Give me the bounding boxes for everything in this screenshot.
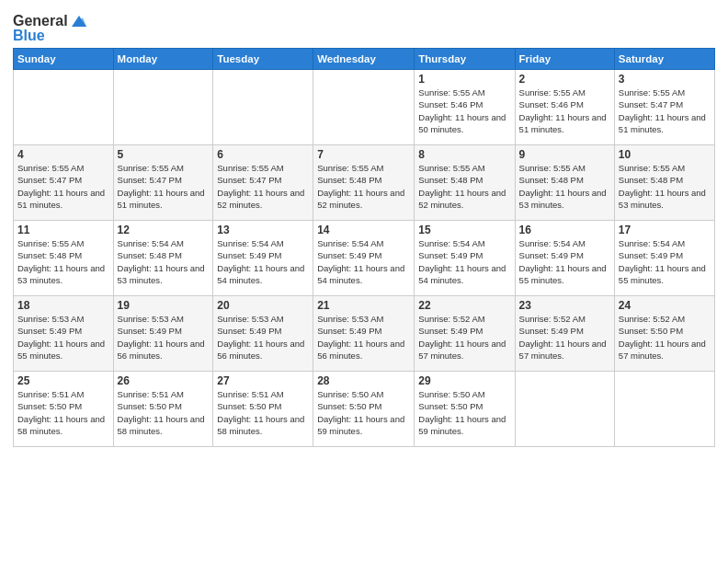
day-info: Sunrise: 5:50 AM Sunset: 5:50 PM Dayligh… (317, 388, 410, 437)
day-number: 2 (519, 73, 610, 86)
calendar-cell: 4Sunrise: 5:55 AM Sunset: 5:47 PM Daylig… (14, 145, 114, 221)
day-number: 1 (418, 73, 510, 86)
calendar-week-row: 18Sunrise: 5:53 AM Sunset: 5:49 PM Dayli… (14, 296, 715, 372)
calendar-day-header: Sunday (14, 49, 114, 70)
calendar-day-header: Thursday (415, 49, 515, 70)
calendar-day-header: Friday (515, 49, 614, 70)
day-number: 24 (619, 299, 711, 312)
day-number: 6 (217, 148, 309, 161)
day-info: Sunrise: 5:52 AM Sunset: 5:49 PM Dayligh… (418, 313, 510, 362)
calendar-day-header: Saturday (614, 49, 714, 70)
logo: General Blue (13, 13, 88, 44)
day-number: 16 (519, 224, 610, 236)
day-number: 22 (418, 299, 510, 312)
calendar-cell (313, 70, 415, 145)
day-info: Sunrise: 5:55 AM Sunset: 5:47 PM Dayligh… (619, 86, 711, 135)
day-info: Sunrise: 5:52 AM Sunset: 5:50 PM Dayligh… (619, 313, 711, 362)
calendar-cell: 20Sunrise: 5:53 AM Sunset: 5:49 PM Dayli… (213, 296, 313, 372)
day-info: Sunrise: 5:53 AM Sunset: 5:49 PM Dayligh… (317, 313, 410, 362)
day-info: Sunrise: 5:54 AM Sunset: 5:49 PM Dayligh… (418, 237, 510, 286)
calendar-cell: 26Sunrise: 5:51 AM Sunset: 5:50 PM Dayli… (113, 372, 213, 447)
calendar-day-header: Monday (113, 49, 213, 70)
day-number: 18 (17, 299, 109, 312)
day-number: 29 (418, 374, 510, 387)
day-info: Sunrise: 5:55 AM Sunset: 5:48 PM Dayligh… (418, 162, 510, 211)
day-info: Sunrise: 5:54 AM Sunset: 5:49 PM Dayligh… (217, 237, 309, 286)
calendar-cell: 7Sunrise: 5:55 AM Sunset: 5:48 PM Daylig… (313, 145, 415, 221)
day-number: 7 (317, 148, 410, 161)
day-number: 25 (17, 374, 109, 387)
calendar-table: SundayMondayTuesdayWednesdayThursdayFrid… (13, 48, 715, 447)
calendar-cell: 22Sunrise: 5:52 AM Sunset: 5:49 PM Dayli… (415, 296, 515, 372)
day-info: Sunrise: 5:55 AM Sunset: 5:46 PM Dayligh… (519, 86, 610, 135)
day-number: 26 (118, 374, 210, 387)
day-info: Sunrise: 5:52 AM Sunset: 5:49 PM Dayligh… (519, 313, 610, 362)
calendar-cell: 17Sunrise: 5:54 AM Sunset: 5:49 PM Dayli… (614, 221, 714, 296)
day-number: 23 (519, 299, 610, 312)
calendar-cell: 11Sunrise: 5:55 AM Sunset: 5:48 PM Dayli… (14, 221, 114, 296)
day-number: 4 (17, 148, 109, 161)
day-number: 28 (317, 374, 410, 387)
day-number: 8 (418, 148, 510, 161)
logo-blue-text: Blue (13, 28, 88, 44)
calendar-cell: 28Sunrise: 5:50 AM Sunset: 5:50 PM Dayli… (313, 372, 415, 447)
calendar-cell: 29Sunrise: 5:50 AM Sunset: 5:50 PM Dayli… (415, 372, 515, 447)
calendar-cell: 15Sunrise: 5:54 AM Sunset: 5:49 PM Dayli… (415, 221, 515, 296)
day-info: Sunrise: 5:54 AM Sunset: 5:49 PM Dayligh… (317, 237, 410, 286)
day-number: 9 (519, 148, 610, 161)
day-info: Sunrise: 5:55 AM Sunset: 5:47 PM Dayligh… (17, 162, 109, 211)
day-info: Sunrise: 5:55 AM Sunset: 5:48 PM Dayligh… (317, 162, 410, 211)
calendar-cell: 19Sunrise: 5:53 AM Sunset: 5:49 PM Dayli… (113, 296, 213, 372)
calendar-cell (515, 372, 614, 447)
calendar-cell: 24Sunrise: 5:52 AM Sunset: 5:50 PM Dayli… (614, 296, 714, 372)
calendar-day-header: Wednesday (313, 49, 415, 70)
day-number: 19 (118, 299, 210, 312)
calendar-cell: 6Sunrise: 5:55 AM Sunset: 5:47 PM Daylig… (213, 145, 313, 221)
day-number: 10 (619, 148, 711, 161)
day-number: 20 (217, 299, 309, 312)
calendar-cell: 9Sunrise: 5:55 AM Sunset: 5:48 PM Daylig… (515, 145, 614, 221)
calendar-cell: 5Sunrise: 5:55 AM Sunset: 5:47 PM Daylig… (113, 145, 213, 221)
day-number: 5 (118, 148, 210, 161)
calendar-week-row: 25Sunrise: 5:51 AM Sunset: 5:50 PM Dayli… (14, 372, 715, 447)
calendar-cell: 25Sunrise: 5:51 AM Sunset: 5:50 PM Dayli… (14, 372, 114, 447)
day-info: Sunrise: 5:51 AM Sunset: 5:50 PM Dayligh… (17, 388, 109, 437)
day-number: 27 (217, 374, 309, 387)
calendar-cell: 10Sunrise: 5:55 AM Sunset: 5:48 PM Dayli… (614, 145, 714, 221)
calendar-cell: 12Sunrise: 5:54 AM Sunset: 5:48 PM Dayli… (113, 221, 213, 296)
calendar-cell: 18Sunrise: 5:53 AM Sunset: 5:49 PM Dayli… (14, 296, 114, 372)
calendar-cell: 8Sunrise: 5:55 AM Sunset: 5:48 PM Daylig… (415, 145, 515, 221)
day-info: Sunrise: 5:51 AM Sunset: 5:50 PM Dayligh… (217, 388, 309, 437)
day-number: 13 (217, 224, 309, 236)
day-info: Sunrise: 5:55 AM Sunset: 5:47 PM Dayligh… (118, 162, 210, 211)
day-info: Sunrise: 5:55 AM Sunset: 5:48 PM Dayligh… (519, 162, 610, 211)
day-info: Sunrise: 5:54 AM Sunset: 5:48 PM Dayligh… (118, 237, 210, 286)
day-number: 12 (118, 224, 210, 236)
page-container: General Blue SundayMondayTuesdayWednesda… (0, 0, 728, 453)
day-info: Sunrise: 5:55 AM Sunset: 5:48 PM Dayligh… (17, 237, 109, 286)
day-info: Sunrise: 5:51 AM Sunset: 5:50 PM Dayligh… (118, 388, 210, 437)
day-number: 14 (317, 224, 410, 236)
calendar-cell: 21Sunrise: 5:53 AM Sunset: 5:49 PM Dayli… (313, 296, 415, 372)
calendar-cell (113, 70, 213, 145)
day-number: 11 (17, 224, 109, 236)
calendar-cell: 23Sunrise: 5:52 AM Sunset: 5:49 PM Dayli… (515, 296, 614, 372)
calendar-day-header: Tuesday (213, 49, 313, 70)
day-info: Sunrise: 5:53 AM Sunset: 5:49 PM Dayligh… (17, 313, 109, 362)
calendar-cell (213, 70, 313, 145)
day-number: 3 (619, 73, 711, 86)
day-info: Sunrise: 5:54 AM Sunset: 5:49 PM Dayligh… (619, 237, 711, 286)
calendar-cell: 2Sunrise: 5:55 AM Sunset: 5:46 PM Daylig… (515, 70, 614, 145)
calendar-week-row: 1Sunrise: 5:55 AM Sunset: 5:46 PM Daylig… (14, 70, 715, 145)
day-info: Sunrise: 5:55 AM Sunset: 5:47 PM Dayligh… (217, 162, 309, 211)
day-info: Sunrise: 5:55 AM Sunset: 5:46 PM Dayligh… (418, 86, 510, 135)
day-info: Sunrise: 5:53 AM Sunset: 5:49 PM Dayligh… (118, 313, 210, 362)
logo-icon (70, 14, 88, 29)
day-info: Sunrise: 5:53 AM Sunset: 5:49 PM Dayligh… (217, 313, 309, 362)
day-number: 17 (619, 224, 711, 236)
calendar-cell (14, 70, 114, 145)
calendar-cell: 16Sunrise: 5:54 AM Sunset: 5:49 PM Dayli… (515, 221, 614, 296)
day-info: Sunrise: 5:50 AM Sunset: 5:50 PM Dayligh… (418, 388, 510, 437)
calendar-header-row: SundayMondayTuesdayWednesdayThursdayFrid… (14, 49, 715, 70)
day-number: 15 (418, 224, 510, 236)
